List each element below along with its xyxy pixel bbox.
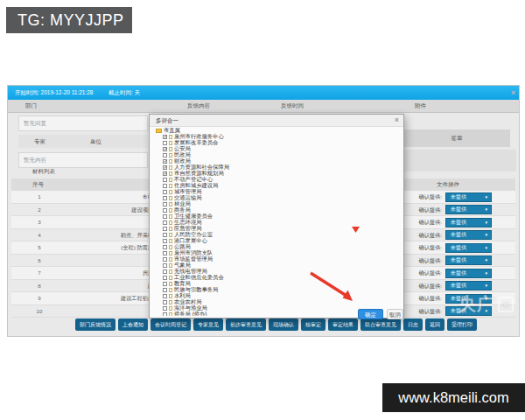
deadline-label: 截止时间: 天 bbox=[108, 86, 140, 100]
tree-item[interactable]: ✓公安局 bbox=[156, 146, 401, 152]
chevron-down-icon: ▼ bbox=[485, 256, 488, 264]
column-feedback-content: 反馈内容 bbox=[187, 100, 210, 112]
checkbox-unchecked[interactable] bbox=[163, 184, 167, 188]
column-department: 部门 bbox=[25, 100, 37, 112]
checkbox-unchecked[interactable] bbox=[163, 282, 167, 286]
doc-icon bbox=[169, 233, 172, 237]
checkbox-unchecked[interactable] bbox=[163, 257, 167, 262]
department-tree: 市直属 ✓泉州市行政服务中心发展和改革委员会✓公安局民政局✓财政局✓人力资源和社… bbox=[156, 127, 401, 316]
toolbar-button[interactable]: 上会通知 bbox=[118, 318, 148, 331]
provide-status-dropdown[interactable]: 未提供▼ bbox=[445, 192, 492, 202]
doc-icon bbox=[169, 312, 172, 316]
provide-status-dropdown[interactable]: 未提供▼ bbox=[445, 230, 492, 240]
checkbox-unchecked[interactable] bbox=[163, 153, 167, 158]
checkbox-unchecked[interactable] bbox=[163, 312, 167, 316]
checkbox-unchecked[interactable] bbox=[163, 251, 167, 256]
checkbox-unchecked[interactable] bbox=[163, 288, 167, 292]
tree-item-label: 侨务局 (侨办) bbox=[174, 311, 206, 316]
toolbar-button[interactable]: 日志 bbox=[403, 318, 423, 331]
checkbox-unchecked[interactable] bbox=[163, 141, 167, 145]
row-seq: 6 bbox=[32, 255, 46, 267]
window-titlebar: 开始时间: 2019-12-20 11:21:28 截止时间: 天 × bbox=[8, 86, 519, 100]
doc-icon bbox=[169, 239, 172, 243]
multi-review-dialog: 多评合一 × 市直属 ✓泉州市行政服务中心发展和改革委员会✓公安局民政局✓财政局… bbox=[149, 114, 404, 318]
doc-icon bbox=[169, 147, 172, 151]
unit-label: 单位 bbox=[90, 135, 102, 148]
checkbox-checked[interactable]: ✓ bbox=[163, 172, 167, 176]
cancel-button[interactable]: 取消 bbox=[387, 309, 403, 319]
checkbox-checked[interactable]: ✓ bbox=[163, 147, 167, 151]
provide-status-dropdown[interactable]: 未提供▼ bbox=[445, 218, 492, 228]
checkbox-unchecked[interactable] bbox=[163, 233, 167, 237]
doc-icon bbox=[169, 202, 172, 206]
provide-status-dropdown[interactable]: 未提供▼ bbox=[445, 256, 492, 265]
tree-item[interactable]: 市场监督管理局 bbox=[156, 256, 401, 262]
tree-item[interactable]: 交通运输局 bbox=[156, 195, 401, 201]
expert-label: 专家 bbox=[34, 135, 46, 148]
checkbox-unchecked[interactable] bbox=[163, 294, 167, 298]
toolbar-button[interactable]: 初步审查意见 bbox=[226, 318, 266, 331]
toolbar-button[interactable]: 审定结果 bbox=[328, 318, 358, 331]
checkbox-checked[interactable]: ✓ bbox=[163, 159, 167, 164]
material-name: 市级 bbox=[46, 191, 153, 203]
toolbar-button[interactable]: 现场确认 bbox=[269, 318, 298, 331]
checkbox-unchecked[interactable] bbox=[163, 220, 167, 225]
window-close-icon[interactable]: × bbox=[511, 86, 515, 100]
tree-item[interactable]: 工业和信息化委员会 bbox=[156, 275, 401, 281]
seq-header: 序号 bbox=[32, 178, 44, 191]
doc-icon bbox=[169, 159, 172, 164]
toolbar-button[interactable]: 受理打印 bbox=[447, 318, 477, 331]
chevron-down-icon: ▼ bbox=[485, 193, 488, 201]
toolbar-button[interactable]: 核审定 bbox=[301, 318, 326, 331]
doc-icon bbox=[169, 165, 172, 170]
chevron-down-icon: ▼ bbox=[485, 219, 488, 227]
checkbox-unchecked[interactable] bbox=[163, 178, 167, 182]
materials-list-title: 材料列表 bbox=[32, 168, 55, 176]
toolbar-button[interactable]: 专家意见 bbox=[193, 318, 223, 331]
checkbox-checked[interactable]: ✓ bbox=[163, 135, 167, 139]
checkbox-unchecked[interactable] bbox=[163, 227, 167, 231]
tree-item[interactable]: 民政局 bbox=[156, 152, 401, 158]
checkbox-unchecked[interactable] bbox=[163, 214, 167, 219]
doc-icon bbox=[169, 270, 172, 274]
row-seq: 8 bbox=[32, 280, 46, 292]
checkbox-unchecked[interactable] bbox=[163, 306, 167, 311]
sign-column-header: 签章 bbox=[403, 130, 510, 147]
chevron-down-icon: ▼ bbox=[485, 270, 488, 277]
tree-item[interactable]: 林业局 bbox=[156, 201, 401, 207]
checkbox-unchecked[interactable] bbox=[163, 263, 167, 268]
folder-icon bbox=[156, 129, 162, 133]
tree-item[interactable]: 发展和改革委员会 bbox=[156, 140, 401, 146]
provide-status-dropdown[interactable]: 未提供▼ bbox=[445, 281, 492, 290]
provide-status-dropdown[interactable]: 未提供▼ bbox=[445, 243, 492, 253]
cnr-watermark-text: 央广 bbox=[458, 292, 495, 316]
checkbox-unchecked[interactable] bbox=[163, 300, 167, 304]
tree-item[interactable]: 民族与宗教事务局 bbox=[156, 287, 401, 293]
no-reply-box: 暂无回复 bbox=[18, 116, 148, 131]
checkbox-unchecked[interactable] bbox=[163, 245, 167, 249]
toolbar-button[interactable]: 返回 bbox=[425, 318, 444, 331]
dialog-header: 多评合一 × bbox=[150, 115, 403, 127]
checkbox-unchecked[interactable] bbox=[163, 202, 167, 206]
provide-status-dropdown[interactable]: 未提供▼ bbox=[445, 269, 492, 278]
column-feedback-time: 反馈时间 bbox=[281, 100, 304, 112]
checkbox-unchecked[interactable] bbox=[163, 270, 167, 274]
doc-icon bbox=[169, 214, 172, 219]
checkbox-unchecked[interactable] bbox=[163, 208, 167, 213]
provide-status-dropdown[interactable]: 未提供▼ bbox=[445, 205, 492, 214]
doc-icon bbox=[169, 220, 172, 225]
confirm-button[interactable]: 确定 bbox=[358, 309, 383, 319]
dialog-close-icon[interactable]: × bbox=[395, 115, 399, 126]
checkbox-unchecked[interactable] bbox=[163, 239, 167, 243]
tree-item[interactable]: 港口发展中心 bbox=[156, 238, 401, 244]
toolbar-button[interactable]: 会议时间登记 bbox=[150, 318, 191, 331]
checkbox-checked[interactable]: ✓ bbox=[163, 165, 167, 170]
doc-icon bbox=[169, 196, 172, 200]
checkbox-unchecked[interactable] bbox=[163, 196, 167, 200]
checkbox-unchecked[interactable] bbox=[163, 190, 167, 194]
file-ops-header: 文件操作 bbox=[437, 178, 459, 191]
toolbar-button[interactable]: 部门反馈情况 bbox=[75, 318, 116, 331]
chevron-down-icon: ▼ bbox=[485, 244, 488, 252]
toolbar-button[interactable]: 联合审查意见 bbox=[360, 318, 401, 331]
checkbox-unchecked[interactable] bbox=[163, 276, 167, 280]
